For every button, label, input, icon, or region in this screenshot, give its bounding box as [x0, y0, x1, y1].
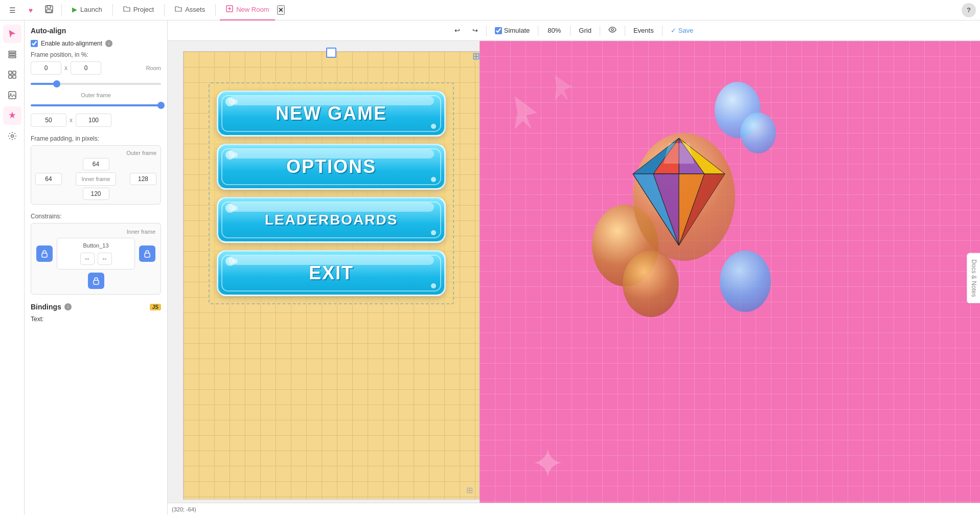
- grid-label: Grid: [579, 27, 591, 34]
- options-dot-br: [431, 177, 436, 182]
- svg-rect-11: [9, 92, 16, 99]
- grid-button[interactable]: Grid: [575, 24, 596, 38]
- events-button[interactable]: Events: [629, 24, 658, 38]
- new-room-close-button[interactable]: ✕: [277, 5, 285, 15]
- image-button[interactable]: [3, 86, 21, 104]
- svg-rect-4: [9, 51, 16, 53]
- deco-arrow-1: [510, 92, 551, 135]
- svg-point-12: [10, 94, 11, 95]
- docs-notes-tab[interactable]: Docs & Notes: [967, 253, 980, 303]
- layers-button[interactable]: [3, 45, 21, 63]
- toolbar-divider-4: [600, 26, 600, 36]
- launch-tab[interactable]: ▶ Launch: [66, 0, 108, 20]
- right-area: ✦: [480, 41, 980, 515]
- toolbar-divider-1: [486, 26, 487, 36]
- position-row: 0 x 0 Room: [31, 61, 161, 75]
- preview-button[interactable]: [604, 24, 621, 38]
- save-label: Save: [678, 27, 694, 34]
- save-icon-button[interactable]: [41, 2, 57, 18]
- svg-point-13: [11, 135, 13, 138]
- slider-thumb[interactable]: [53, 80, 60, 87]
- auto-align-section: Auto-align Enable auto-alignment i Frame…: [31, 27, 161, 127]
- coordinates-display: (320; -64): [172, 506, 196, 512]
- help-button[interactable]: ?: [962, 3, 976, 17]
- heart-button[interactable]: ♥: [22, 2, 39, 18]
- undo-button[interactable]: ↩: [450, 24, 464, 38]
- options-button[interactable]: OPTIONS: [217, 144, 446, 190]
- new-game-button[interactable]: NEW GAME: [217, 91, 446, 137]
- slider-container-2: [31, 100, 161, 110]
- padding-left-input[interactable]: 64: [35, 173, 62, 185]
- simulate-checkbox[interactable]: [495, 27, 502, 34]
- save-disk-icon: [45, 5, 53, 15]
- left-lock-button[interactable]: [36, 245, 53, 262]
- cursor-tool-button[interactable]: [3, 25, 21, 43]
- resize-handle[interactable]: ⊞: [472, 51, 480, 62]
- constrains-label: Constrains:: [31, 213, 161, 220]
- button-name-label: Button_13: [83, 242, 108, 249]
- zoom-button[interactable]: 80%: [542, 24, 566, 38]
- height-input[interactable]: 100: [76, 114, 111, 127]
- canvas-toolbar: ↩ ↪ Simulate 80% Grid: [168, 20, 980, 41]
- button-inner-border: [221, 95, 441, 132]
- menu-button[interactable]: ☰: [4, 2, 20, 18]
- leaderboards-button[interactable]: LEADERBOARDS: [217, 197, 446, 243]
- project-tab[interactable]: Project: [117, 0, 160, 20]
- topbar-divider-3: [164, 4, 165, 16]
- frame-padding-label: Frame padding, in pixels:: [31, 135, 161, 142]
- bindings-header: Bindings i JS: [31, 303, 161, 311]
- slider-thumb-2[interactable]: [157, 102, 165, 109]
- svg-rect-16: [94, 280, 99, 284]
- constrains-grid: Inner frame Button_13 ↔ ↔: [31, 223, 161, 295]
- bindings-info-icon[interactable]: i: [64, 303, 72, 310]
- sidebar-icons: [0, 20, 25, 515]
- exit-dot-br: [431, 283, 436, 288]
- magic-button[interactable]: [3, 106, 21, 125]
- exit-inner-border: [221, 255, 441, 292]
- inner-frame-box: Inner frame: [76, 172, 116, 186]
- svg-rect-15: [145, 253, 150, 257]
- svg-rect-9: [9, 75, 12, 78]
- auto-align-info-icon[interactable]: i: [105, 40, 112, 47]
- assets-tab[interactable]: Assets: [169, 0, 211, 20]
- redo-icon: ↪: [472, 27, 478, 34]
- enable-auto-alignment-checkbox[interactable]: [31, 40, 38, 47]
- constrains-section: Constrains: Inner frame Button_13 ↔: [31, 213, 161, 295]
- align-left-button[interactable]: ↔: [80, 253, 95, 265]
- topbar-divider-2: [112, 4, 113, 16]
- align-right-button[interactable]: ↔: [98, 253, 112, 265]
- toolbar-divider-5: [625, 26, 625, 36]
- settings-button[interactable]: [3, 127, 21, 145]
- left-panel: Auto-align Enable auto-alignment i Frame…: [25, 20, 168, 515]
- padding-bottom-input[interactable]: 120: [83, 188, 109, 200]
- new-room-tab[interactable]: New Room: [220, 0, 275, 20]
- slider-fill-2: [31, 104, 161, 106]
- gemstone-artwork: [582, 82, 776, 327]
- enable-auto-alignment-label: Enable auto-alignment: [41, 40, 102, 47]
- lb-dot-tl2: [233, 206, 238, 211]
- padding-top-input[interactable]: 64: [83, 158, 109, 170]
- hamburger-icon: ☰: [9, 6, 16, 14]
- exit-button[interactable]: EXIT: [217, 250, 446, 296]
- canvas-handle-top[interactable]: [326, 48, 336, 58]
- inner-frame-label: Inner frame: [81, 176, 110, 182]
- frame-padding-section: Frame padding, in pixels: Outer frame 64…: [31, 135, 161, 205]
- simulate-label[interactable]: Simulate: [491, 24, 534, 38]
- project-icon: [123, 5, 130, 14]
- right-lock-button[interactable]: [139, 245, 155, 262]
- bottom-lock-button[interactable]: [88, 273, 104, 289]
- docs-notes-label: Docs & Notes: [970, 259, 977, 297]
- padding-right-input[interactable]: 128: [130, 173, 156, 185]
- redo-button[interactable]: ↪: [468, 24, 482, 38]
- width-input[interactable]: 50: [31, 114, 66, 127]
- room-icon: [226, 5, 233, 14]
- save-button[interactable]: ✓ Save: [667, 24, 698, 38]
- pos-x-separator: x: [64, 64, 67, 72]
- room-label: Room: [146, 65, 161, 71]
- bindings-text-label: Text:: [31, 316, 43, 323]
- topbar-right: ?: [962, 3, 976, 17]
- topbar-divider-1: [61, 4, 62, 16]
- components-button[interactable]: [3, 65, 21, 84]
- pos-y-input[interactable]: 0: [71, 61, 101, 75]
- pos-x-input[interactable]: 0: [31, 61, 61, 75]
